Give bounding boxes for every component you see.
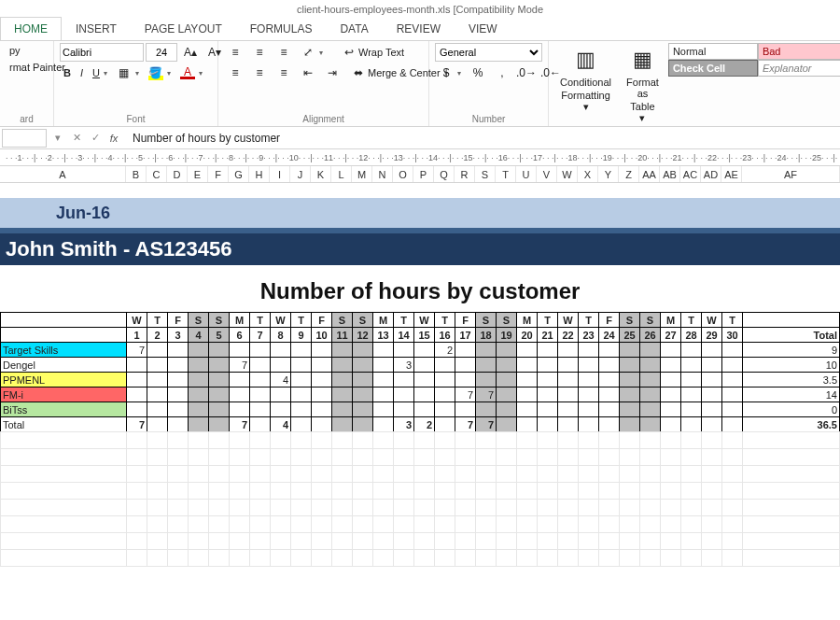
column-header[interactable]: J [290, 166, 311, 182]
cell[interactable]: T [147, 313, 168, 328]
column-header[interactable]: O [393, 166, 413, 182]
cell[interactable] [271, 402, 291, 417]
cell[interactable] [312, 373, 332, 388]
cell[interactable]: 13 [373, 328, 394, 343]
cell[interactable]: F [455, 313, 476, 328]
empty-row[interactable] [1, 500, 840, 516]
ribbon-tab-formulas[interactable]: FORMULAS [236, 17, 327, 40]
cell[interactable] [189, 402, 209, 417]
ribbon-tab-insert[interactable]: INSERT [62, 17, 131, 40]
comma-button[interactable]: , [491, 63, 513, 82]
cell[interactable]: W [127, 313, 147, 328]
column-header[interactable]: L [331, 166, 352, 182]
cell[interactable] [476, 373, 497, 388]
cell[interactable] [558, 388, 579, 402]
cell[interactable] [579, 358, 599, 373]
cell[interactable]: 7 [127, 417, 147, 432]
cell[interactable] [681, 358, 702, 373]
column-header[interactable]: S [475, 166, 496, 182]
cell[interactable] [312, 343, 332, 358]
cell[interactable] [538, 417, 558, 432]
cell[interactable]: 15 [414, 328, 435, 343]
cell[interactable] [640, 388, 661, 402]
empty-row[interactable] [1, 516, 840, 533]
cell[interactable] [209, 373, 230, 388]
cell[interactable]: 7 [476, 388, 497, 402]
cell[interactable]: 7 [455, 388, 476, 402]
cell[interactable]: F [312, 313, 332, 328]
cell[interactable] [476, 343, 497, 358]
hours-table[interactable]: WTFSSMTWTFSSMTWTFSSMTWTFSSMTWT1234567891… [0, 312, 840, 432]
cell[interactable] [702, 388, 722, 402]
cell[interactable]: T [394, 313, 414, 328]
cell[interactable] [209, 343, 230, 358]
cell[interactable] [661, 417, 681, 432]
cell[interactable] [538, 358, 558, 373]
ribbon-tab-data[interactable]: DATA [326, 17, 382, 40]
name-box[interactable] [2, 129, 47, 148]
cell[interactable] [620, 388, 640, 402]
cell[interactable] [147, 417, 168, 432]
cell[interactable]: 7 [250, 328, 271, 343]
cell[interactable]: 17 [455, 328, 476, 343]
cell[interactable]: 7 [476, 417, 497, 432]
cell[interactable]: M [661, 313, 681, 328]
cell[interactable]: 4 [189, 328, 209, 343]
column-header[interactable]: AE [721, 166, 742, 182]
cell[interactable] [353, 373, 373, 388]
cell[interactable] [681, 343, 702, 358]
cell[interactable] [497, 373, 517, 388]
cell[interactable] [640, 373, 661, 388]
cell[interactable]: 20 [517, 328, 538, 343]
cell[interactable] [681, 388, 702, 402]
cell[interactable] [230, 343, 250, 358]
column-header[interactable]: F [208, 166, 229, 182]
cell[interactable] [558, 358, 579, 373]
cell[interactable] [455, 343, 476, 358]
column-header[interactable]: E [188, 166, 208, 182]
cell[interactable] [394, 373, 414, 388]
cell[interactable] [681, 417, 702, 432]
cell[interactable]: M [517, 313, 538, 328]
cell[interactable] [394, 388, 414, 402]
cell[interactable] [517, 417, 538, 432]
cell[interactable] [455, 373, 476, 388]
cell[interactable] [291, 373, 312, 388]
empty-row[interactable] [1, 483, 840, 500]
cell[interactable] [620, 343, 640, 358]
cancel-formula-button[interactable]: ✕ [67, 129, 86, 148]
worksheet-area[interactable]: Jun-16 John Smith - AS123456 Number of h… [0, 183, 840, 567]
cell[interactable] [250, 358, 271, 373]
column-header[interactable]: M [352, 166, 372, 182]
cell[interactable] [702, 358, 722, 373]
cell[interactable]: S [497, 313, 517, 328]
cell[interactable]: W [271, 313, 291, 328]
align-middle-button[interactable]: ≡ [248, 43, 271, 62]
cell[interactable] [230, 402, 250, 417]
cell[interactable] [414, 343, 435, 358]
cell-style-bad[interactable]: Bad [758, 43, 840, 60]
column-header[interactable]: Z [619, 166, 639, 182]
cell[interactable] [373, 402, 394, 417]
cell[interactable]: 9 [291, 328, 312, 343]
cell[interactable] [558, 373, 579, 388]
cell[interactable] [497, 417, 517, 432]
empty-row[interactable] [1, 466, 840, 483]
column-header[interactable]: Y [598, 166, 619, 182]
cell[interactable] [291, 358, 312, 373]
cell[interactable]: T [538, 313, 558, 328]
cell[interactable]: M [373, 313, 394, 328]
cell[interactable]: 22 [558, 328, 579, 343]
cell[interactable] [312, 417, 332, 432]
cell[interactable]: 6 [230, 328, 250, 343]
cell[interactable] [414, 373, 435, 388]
cell[interactable] [661, 402, 681, 417]
cell[interactable] [353, 388, 373, 402]
cell[interactable]: T [681, 313, 702, 328]
cell-style-normal[interactable]: Normal [668, 43, 758, 60]
increase-decimal-button[interactable]: .0→ [515, 63, 538, 82]
column-header[interactable]: A [0, 166, 126, 182]
column-header[interactable]: H [249, 166, 270, 182]
cell[interactable] [189, 417, 209, 432]
cell[interactable]: W [414, 313, 435, 328]
